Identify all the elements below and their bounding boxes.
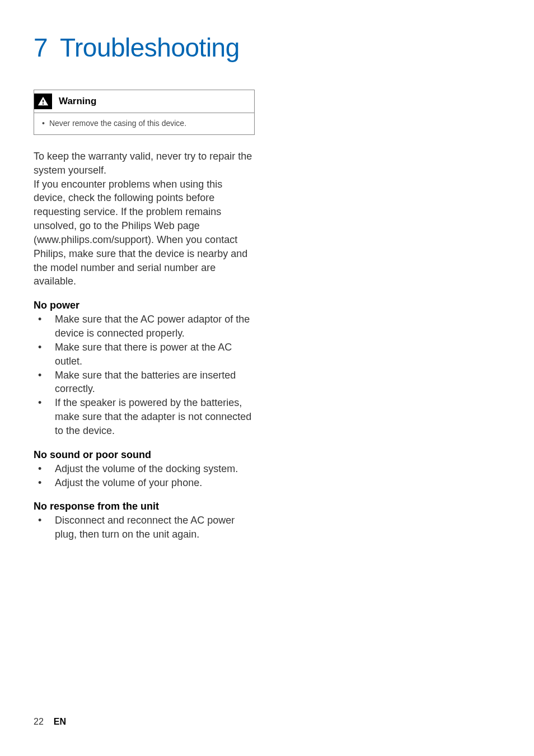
list-item-text: Make sure that there is power at the AC … (55, 340, 255, 368)
bullet-list: • Make sure that the AC power adaptor of… (34, 312, 255, 437)
bullet-marker: • (34, 514, 55, 542)
bullet-marker: • (34, 476, 55, 490)
list-item-text: Make sure that the AC power adaptor of t… (55, 312, 255, 340)
svg-point-1 (43, 103, 44, 104)
bullet-list: • Adjust the volume of the docking syste… (34, 462, 255, 490)
warning-icon (34, 94, 52, 109)
list-item: • Make sure that the batteries are inser… (34, 368, 255, 396)
list-item: • Make sure that there is power at the A… (34, 340, 255, 368)
section-no-response: No response from the unit • Disconnect a… (34, 501, 255, 542)
bullet-list: • Disconnect and reconnect the AC power … (34, 514, 255, 542)
bullet-marker: • (42, 119, 45, 128)
chapter-number: 7 (34, 33, 48, 62)
chapter-title-text: Troubleshooting (60, 33, 240, 62)
section-no-power: No power • Make sure that the AC power a… (34, 300, 255, 437)
list-item-text: If the speaker is powered by the batteri… (55, 396, 255, 437)
warning-body: • Never remove the casing of this device… (34, 113, 254, 134)
warning-header: Warning (34, 90, 254, 113)
list-item: • Disconnect and reconnect the AC power … (34, 514, 255, 542)
page-number: 22 (34, 717, 44, 727)
list-item: • Adjust the volume of your phone. (34, 476, 255, 490)
bullet-marker: • (34, 340, 55, 368)
warning-box: Warning • Never remove the casing of thi… (34, 90, 255, 135)
list-item-text: Make sure that the batteries are inserte… (55, 368, 255, 396)
bullet-marker: • (34, 462, 55, 476)
intro-paragraph: To keep the warranty valid, never try to… (34, 150, 255, 288)
bullet-marker: • (34, 396, 55, 437)
chapter-title: 7Troubleshooting (34, 32, 500, 63)
list-item-text: Disconnect and reconnect the AC power pl… (55, 514, 255, 542)
warning-item-text: Never remove the casing of this device. (49, 119, 186, 128)
list-item: • If the speaker is powered by the batte… (34, 396, 255, 437)
page-footer: 22 EN (34, 717, 66, 727)
language-code: EN (54, 717, 66, 727)
section-heading: No sound or poor sound (34, 449, 255, 461)
section-heading: No response from the unit (34, 501, 255, 512)
warning-label: Warning (59, 96, 96, 107)
list-item: • Adjust the volume of the docking syste… (34, 462, 255, 476)
list-item-text: Adjust the volume of your phone. (55, 476, 255, 490)
section-no-sound: No sound or poor sound • Adjust the volu… (34, 449, 255, 490)
page-content: 7Troubleshooting Warning • Never remove … (0, 0, 534, 575)
list-item-text: Adjust the volume of the docking system. (55, 462, 255, 476)
bullet-marker: • (34, 312, 55, 340)
bullet-marker: • (34, 368, 55, 396)
svg-rect-0 (43, 100, 44, 102)
warning-item: • Never remove the casing of this device… (42, 119, 246, 128)
list-item: • Make sure that the AC power adaptor of… (34, 312, 255, 340)
content-column: Warning • Never remove the casing of thi… (34, 90, 255, 542)
section-heading: No power (34, 300, 255, 311)
